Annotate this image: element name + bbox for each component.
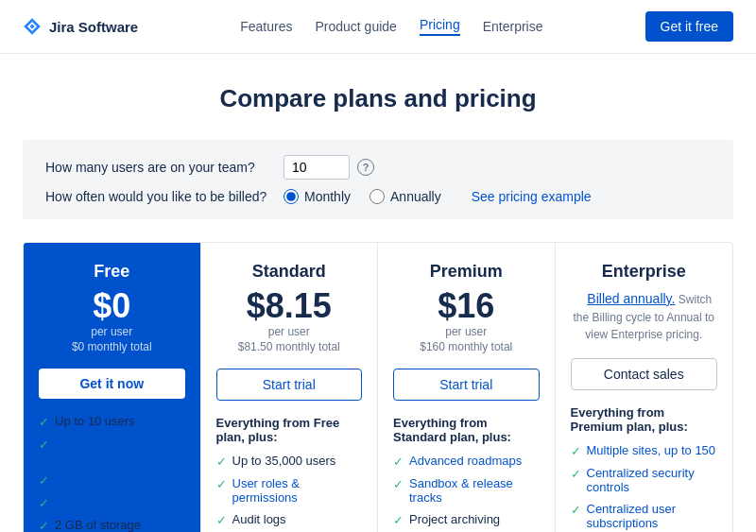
annually-option[interactable]: Annually (369, 189, 441, 204)
monthly-radio[interactable] (284, 189, 299, 204)
premium-features-heading: Everything from Standard plan, plus: (393, 416, 540, 444)
see-pricing-link[interactable]: See pricing example (472, 189, 592, 204)
main-nav: Features Product guide Pricing Enterpris… (240, 17, 542, 36)
check-icon: ✓ (571, 444, 581, 458)
nav-pricing[interactable]: Pricing (420, 17, 460, 36)
check-icon: ✓ (39, 415, 49, 429)
monthly-label: Monthly (304, 189, 351, 204)
pricing-grid: Free $0 per user $0 monthly total Get it… (23, 242, 733, 532)
premium-plan-price: $16 (393, 289, 540, 323)
standard-plan-price: $8.15 (216, 289, 363, 323)
list-item: ✓ Up to 35,000 users (216, 454, 363, 469)
billing-radio-group: Monthly Annually See pricing example (284, 189, 592, 204)
users-input[interactable] (284, 155, 350, 180)
premium-plan-total: $160 monthly total (393, 340, 540, 353)
check-icon: ✓ (39, 496, 49, 510)
check-icon: ✓ (393, 477, 404, 491)
free-plan-price: $0 (39, 289, 185, 323)
help-icon[interactable]: ? (357, 159, 374, 176)
check-icon: ✓ (39, 438, 49, 452)
header: Jira Software Features Product guide Pri… (0, 0, 756, 54)
check-icon: ✓ (393, 455, 404, 469)
list-item: ✓ Sandbox & release tracks (393, 476, 540, 505)
standard-plan-name: Standard (216, 262, 363, 282)
enterprise-features-heading: Everything from Premium plan, plus: (571, 405, 718, 434)
users-label: How many users are on your team? (45, 160, 272, 175)
plan-enterprise: Enterprise Billed annually. Switch the B… (556, 243, 733, 532)
standard-features: Everything from Free plan, plus: ✓ Up to… (216, 416, 363, 532)
check-icon: ✓ (571, 503, 581, 517)
billing-label: How often would you like to be billed? (45, 189, 272, 204)
feature-link[interactable]: Multiple sites, up to 150 (587, 443, 716, 457)
feature-link[interactable]: User roles & permissions (232, 476, 363, 505)
premium-features: Everything from Standard plan, plus: ✓ A… (393, 416, 540, 532)
enterprise-features: Everything from Premium plan, plus: ✓ Mu… (571, 405, 718, 532)
standard-features-heading: Everything from Free plan, plus: (216, 416, 363, 444)
premium-cta-button[interactable]: Start trial (393, 369, 540, 401)
list-item: ✓ Multiple sites, up to 150 (571, 443, 718, 458)
free-per-user: per user (39, 325, 185, 338)
list-item: ✓ Up to 10 users (39, 414, 185, 429)
free-plan-total: $0 monthly total (39, 340, 185, 353)
feature-link[interactable]: Centralized user subscriptions (587, 502, 718, 530)
nav-enterprise[interactable]: Enterprise (483, 19, 543, 34)
list-item: ✓ Advanced roadmaps (393, 454, 540, 469)
page-title: Compare plans and pricing (23, 84, 733, 113)
standard-cta-button[interactable]: Start trial (216, 369, 363, 401)
enterprise-cta-button[interactable]: Contact sales (571, 358, 718, 390)
annually-label: Annually (390, 189, 441, 204)
annually-radio[interactable] (369, 189, 385, 204)
logo: Jira Software (23, 17, 138, 36)
premium-cta: Start trial (393, 369, 540, 401)
feature-link[interactable]: Reporting and insights (55, 495, 177, 509)
billing-row: How often would you like to be billed? M… (45, 189, 711, 204)
plan-free: Free $0 per user $0 monthly total Get it… (24, 243, 201, 532)
enterprise-header: Enterprise Billed annually. Switch the B… (571, 262, 718, 343)
users-row: How many users are on your team? ? (45, 155, 711, 180)
check-icon: ✓ (39, 473, 49, 488)
enterprise-cta: Contact sales (571, 358, 718, 390)
check-icon: ✓ (393, 513, 404, 527)
feature-link[interactable]: Sandbox & release tracks (409, 476, 540, 505)
jira-logo-icon (23, 17, 42, 36)
premium-per-user: per user (393, 325, 540, 338)
check-icon: ✓ (216, 477, 227, 491)
standard-plan-total: $81.50 monthly total (216, 340, 363, 353)
check-icon: ✓ (39, 519, 49, 532)
feature-text: Audit logs (232, 512, 286, 526)
free-cta-button[interactable]: Get it now (39, 369, 185, 399)
billed-annually-link[interactable]: Billed annually. (587, 291, 675, 306)
feature-text: Up to 10 users (55, 414, 135, 428)
list-item: ✓ 2 GB of storage (39, 518, 185, 532)
premium-header: Premium $16 per user $160 monthly total (393, 262, 540, 353)
plan-standard: Standard $8.15 per user $81.50 monthly t… (201, 243, 379, 532)
list-item: ✓ Audit logs (216, 512, 363, 527)
list-item: ✓ Reporting and insights (39, 495, 185, 510)
list-item: ✓ User roles & permissions (216, 476, 363, 505)
get-it-free-button[interactable]: Get it free (645, 11, 733, 42)
enterprise-plan-name: Enterprise (571, 262, 718, 282)
feature-link[interactable]: Unlimited project boards (55, 437, 185, 465)
nav-product-guide[interactable]: Product guide (315, 19, 396, 34)
monthly-option[interactable]: Monthly (284, 189, 351, 204)
standard-cta: Start trial (216, 369, 363, 401)
check-icon: ✓ (216, 455, 227, 469)
logo-text: Jira Software (49, 19, 138, 35)
list-item: ✓ Project archiving (393, 512, 540, 527)
nav-features[interactable]: Features (240, 19, 292, 34)
feature-link[interactable]: Advanced roadmaps (409, 454, 522, 468)
feature-link[interactable]: Backlog and timeline (55, 472, 168, 487)
premium-plan-name: Premium (393, 262, 540, 282)
plan-premium: Premium $16 per user $160 monthly total … (378, 243, 556, 532)
check-icon: ✓ (571, 467, 581, 481)
enterprise-note: Billed annually. Switch the Billing cycl… (571, 289, 718, 343)
free-plan-name: Free (39, 262, 185, 282)
config-section: How many users are on your team? ? How o… (23, 140, 733, 219)
standard-header: Standard $8.15 per user $81.50 monthly t… (216, 262, 363, 353)
list-item: ✓ Centralized user subscriptions (571, 502, 718, 530)
feature-text: Up to 35,000 users (232, 454, 336, 468)
feature-text: 2 GB of storage (55, 518, 141, 532)
free-header: Free $0 per user $0 monthly total (39, 262, 185, 353)
list-item: ✓ Centralized security controls (571, 466, 718, 494)
feature-link[interactable]: Centralized security controls (587, 466, 718, 494)
